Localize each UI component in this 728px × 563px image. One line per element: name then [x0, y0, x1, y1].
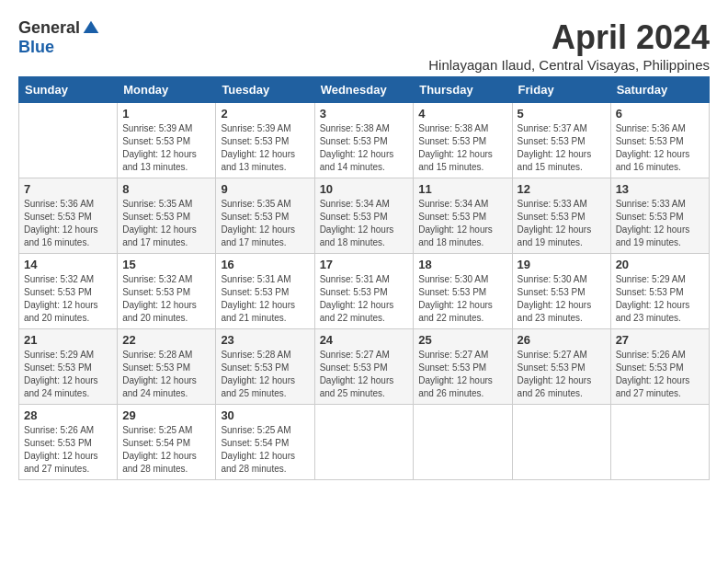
- day-number: 1: [122, 107, 210, 121]
- weekday-header-friday: Friday: [512, 77, 610, 103]
- day-number: 25: [418, 333, 506, 347]
- weekday-header-row: SundayMondayTuesdayWednesdayThursdayFrid…: [19, 77, 710, 103]
- calendar-cell: 23Sunrise: 5:28 AMSunset: 5:53 PMDayligh…: [216, 329, 314, 405]
- weekday-header-monday: Monday: [118, 77, 216, 103]
- day-info: Sunrise: 5:35 AMSunset: 5:53 PMDaylight:…: [122, 198, 210, 249]
- page-header: General Blue April 2024 Hinlayagan Ilaud…: [18, 18, 710, 73]
- day-info: Sunrise: 5:32 AMSunset: 5:53 PMDaylight:…: [122, 273, 210, 325]
- calendar-cell: 2Sunrise: 5:39 AMSunset: 5:53 PMDaylight…: [216, 103, 314, 178]
- day-info: Sunrise: 5:36 AMSunset: 5:53 PMDaylight:…: [616, 122, 704, 174]
- day-info: Sunrise: 5:31 AMSunset: 5:53 PMDaylight:…: [320, 273, 409, 325]
- day-info: Sunrise: 5:31 AMSunset: 5:53 PMDaylight:…: [221, 273, 309, 325]
- day-number: 5: [518, 107, 606, 121]
- title-section: April 2024 Hinlayagan Ilaud, Central Vis…: [428, 18, 710, 73]
- calendar-week-2: 7Sunrise: 5:36 AMSunset: 5:53 PMDaylight…: [19, 178, 710, 254]
- calendar-cell: 22Sunrise: 5:28 AMSunset: 5:53 PMDayligh…: [118, 329, 216, 405]
- weekday-header-thursday: Thursday: [414, 77, 512, 103]
- day-number: 7: [24, 182, 112, 196]
- calendar-cell: 15Sunrise: 5:32 AMSunset: 5:53 PMDayligh…: [118, 254, 216, 329]
- logo-general: General: [18, 18, 80, 38]
- calendar-cell: [610, 405, 709, 480]
- calendar-week-1: 1Sunrise: 5:39 AMSunset: 5:53 PMDaylight…: [19, 103, 710, 178]
- calendar-cell: 27Sunrise: 5:26 AMSunset: 5:53 PMDayligh…: [610, 329, 709, 405]
- weekday-header-wednesday: Wednesday: [314, 77, 414, 103]
- day-info: Sunrise: 5:25 AMSunset: 5:54 PMDaylight:…: [122, 424, 210, 476]
- day-info: Sunrise: 5:30 AMSunset: 5:53 PMDaylight:…: [418, 273, 506, 325]
- day-info: Sunrise: 5:38 AMSunset: 5:53 PMDaylight:…: [320, 122, 409, 174]
- calendar-cell: 8Sunrise: 5:35 AMSunset: 5:53 PMDaylight…: [118, 178, 216, 254]
- day-number: 30: [221, 408, 309, 422]
- calendar-cell: 18Sunrise: 5:30 AMSunset: 5:53 PMDayligh…: [414, 254, 512, 329]
- day-info: Sunrise: 5:27 AMSunset: 5:53 PMDaylight:…: [418, 349, 506, 400]
- day-info: Sunrise: 5:26 AMSunset: 5:53 PMDaylight:…: [24, 424, 112, 476]
- day-number: 21: [24, 333, 112, 347]
- day-info: Sunrise: 5:39 AMSunset: 5:53 PMDaylight:…: [122, 122, 210, 174]
- logo: General Blue: [18, 18, 100, 57]
- svg-marker-0: [84, 20, 99, 32]
- location-title: Hinlayagan Ilaud, Central Visayas, Phili…: [428, 57, 710, 73]
- day-info: Sunrise: 5:29 AMSunset: 5:53 PMDaylight:…: [24, 349, 112, 400]
- calendar-cell: 16Sunrise: 5:31 AMSunset: 5:53 PMDayligh…: [216, 254, 314, 329]
- calendar-week-5: 28Sunrise: 5:26 AMSunset: 5:53 PMDayligh…: [19, 405, 710, 480]
- day-info: Sunrise: 5:32 AMSunset: 5:53 PMDaylight:…: [24, 273, 112, 325]
- day-info: Sunrise: 5:34 AMSunset: 5:53 PMDaylight:…: [320, 198, 409, 249]
- day-number: 23: [221, 333, 309, 347]
- calendar-body: 1Sunrise: 5:39 AMSunset: 5:53 PMDaylight…: [19, 103, 710, 480]
- calendar-cell: [414, 405, 512, 480]
- day-info: Sunrise: 5:37 AMSunset: 5:53 PMDaylight:…: [518, 122, 606, 174]
- day-info: Sunrise: 5:36 AMSunset: 5:53 PMDaylight:…: [24, 198, 112, 249]
- calendar-cell: 30Sunrise: 5:25 AMSunset: 5:54 PMDayligh…: [216, 405, 314, 480]
- day-info: Sunrise: 5:39 AMSunset: 5:53 PMDaylight:…: [221, 122, 309, 174]
- calendar-cell: 9Sunrise: 5:35 AMSunset: 5:53 PMDaylight…: [216, 178, 314, 254]
- calendar-cell: [19, 103, 118, 178]
- day-info: Sunrise: 5:33 AMSunset: 5:53 PMDaylight:…: [616, 198, 704, 249]
- weekday-header-tuesday: Tuesday: [216, 77, 314, 103]
- day-info: Sunrise: 5:28 AMSunset: 5:53 PMDaylight:…: [122, 349, 210, 400]
- day-number: 29: [122, 408, 210, 422]
- calendar-cell: 1Sunrise: 5:39 AMSunset: 5:53 PMDaylight…: [118, 103, 216, 178]
- calendar-cell: 7Sunrise: 5:36 AMSunset: 5:53 PMDaylight…: [19, 178, 118, 254]
- calendar-cell: 26Sunrise: 5:27 AMSunset: 5:53 PMDayligh…: [512, 329, 610, 405]
- logo-blue: Blue: [18, 38, 54, 57]
- day-number: 11: [418, 182, 506, 196]
- day-number: 10: [320, 182, 409, 196]
- day-number: 18: [418, 258, 506, 271]
- calendar-cell: 14Sunrise: 5:32 AMSunset: 5:53 PMDayligh…: [19, 254, 118, 329]
- calendar-cell: 25Sunrise: 5:27 AMSunset: 5:53 PMDayligh…: [414, 329, 512, 405]
- day-number: 4: [418, 107, 506, 121]
- calendar-cell: 17Sunrise: 5:31 AMSunset: 5:53 PMDayligh…: [314, 254, 414, 329]
- day-info: Sunrise: 5:28 AMSunset: 5:53 PMDaylight:…: [221, 349, 309, 400]
- day-info: Sunrise: 5:29 AMSunset: 5:53 PMDaylight:…: [616, 273, 704, 325]
- calendar-week-4: 21Sunrise: 5:29 AMSunset: 5:53 PMDayligh…: [19, 329, 710, 405]
- day-number: 13: [616, 182, 704, 196]
- month-title: April 2024: [428, 18, 710, 57]
- logo-icon: [82, 19, 100, 38]
- day-info: Sunrise: 5:35 AMSunset: 5:53 PMDaylight:…: [221, 198, 309, 249]
- calendar-cell: 21Sunrise: 5:29 AMSunset: 5:53 PMDayligh…: [19, 329, 118, 405]
- day-number: 22: [122, 333, 210, 347]
- calendar-cell: 29Sunrise: 5:25 AMSunset: 5:54 PMDayligh…: [118, 405, 216, 480]
- day-number: 27: [616, 333, 704, 347]
- day-number: 20: [616, 258, 704, 271]
- day-info: Sunrise: 5:25 AMSunset: 5:54 PMDaylight:…: [221, 424, 309, 476]
- calendar-cell: 11Sunrise: 5:34 AMSunset: 5:53 PMDayligh…: [414, 178, 512, 254]
- day-number: 17: [320, 258, 409, 271]
- day-info: Sunrise: 5:38 AMSunset: 5:53 PMDaylight:…: [418, 122, 506, 174]
- day-info: Sunrise: 5:33 AMSunset: 5:53 PMDaylight:…: [518, 198, 606, 249]
- day-number: 3: [320, 107, 409, 121]
- calendar-cell: 6Sunrise: 5:36 AMSunset: 5:53 PMDaylight…: [610, 103, 709, 178]
- day-info: Sunrise: 5:27 AMSunset: 5:53 PMDaylight:…: [320, 349, 409, 400]
- weekday-header-sunday: Sunday: [19, 77, 118, 103]
- day-number: 26: [518, 333, 606, 347]
- calendar-week-3: 14Sunrise: 5:32 AMSunset: 5:53 PMDayligh…: [19, 254, 710, 329]
- calendar-cell: 5Sunrise: 5:37 AMSunset: 5:53 PMDaylight…: [512, 103, 610, 178]
- calendar-cell: 4Sunrise: 5:38 AMSunset: 5:53 PMDaylight…: [414, 103, 512, 178]
- day-number: 24: [320, 333, 409, 347]
- calendar-table: SundayMondayTuesdayWednesdayThursdayFrid…: [18, 76, 710, 480]
- calendar-cell: [512, 405, 610, 480]
- calendar-cell: 3Sunrise: 5:38 AMSunset: 5:53 PMDaylight…: [314, 103, 414, 178]
- weekday-header-saturday: Saturday: [610, 77, 709, 103]
- calendar-cell: 10Sunrise: 5:34 AMSunset: 5:53 PMDayligh…: [314, 178, 414, 254]
- day-info: Sunrise: 5:27 AMSunset: 5:53 PMDaylight:…: [518, 349, 606, 400]
- calendar-cell: 28Sunrise: 5:26 AMSunset: 5:53 PMDayligh…: [19, 405, 118, 480]
